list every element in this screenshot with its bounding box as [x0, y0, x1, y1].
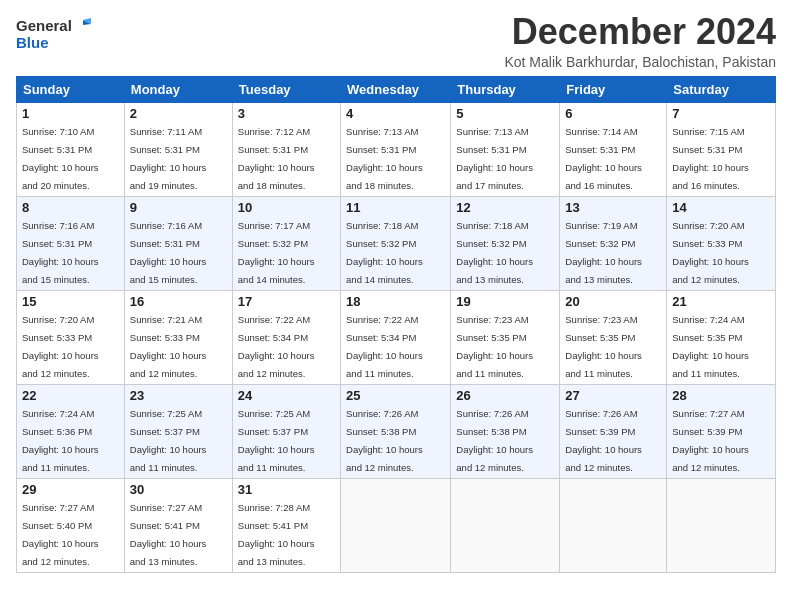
header-friday: Friday: [560, 76, 667, 102]
day-info: Sunrise: 7:13 AMSunset: 5:31 PMDaylight:…: [346, 126, 423, 191]
day-number: 21: [672, 294, 770, 309]
day-info: Sunrise: 7:18 AMSunset: 5:32 PMDaylight:…: [456, 220, 533, 285]
day-info: Sunrise: 7:26 AMSunset: 5:38 PMDaylight:…: [346, 408, 423, 473]
day-info: Sunrise: 7:14 AMSunset: 5:31 PMDaylight:…: [565, 126, 642, 191]
logo-bird-icon: [73, 16, 91, 34]
calendar-cell: 30 Sunrise: 7:27 AMSunset: 5:41 PMDaylig…: [124, 478, 232, 572]
week-row-5: 29 Sunrise: 7:27 AMSunset: 5:40 PMDaylig…: [17, 478, 776, 572]
day-number: 11: [346, 200, 445, 215]
day-info: Sunrise: 7:17 AMSunset: 5:32 PMDaylight:…: [238, 220, 315, 285]
calendar-cell: 4 Sunrise: 7:13 AMSunset: 5:31 PMDayligh…: [341, 102, 451, 196]
day-info: Sunrise: 7:16 AMSunset: 5:31 PMDaylight:…: [22, 220, 99, 285]
day-number: 24: [238, 388, 335, 403]
day-number: 17: [238, 294, 335, 309]
day-number: 10: [238, 200, 335, 215]
header-wednesday: Wednesday: [341, 76, 451, 102]
day-number: 6: [565, 106, 661, 121]
calendar-cell: 25 Sunrise: 7:26 AMSunset: 5:38 PMDaylig…: [341, 384, 451, 478]
calendar-cell: 29 Sunrise: 7:27 AMSunset: 5:40 PMDaylig…: [17, 478, 125, 572]
calendar-cell: 17 Sunrise: 7:22 AMSunset: 5:34 PMDaylig…: [232, 290, 340, 384]
calendar-cell: [341, 478, 451, 572]
calendar-cell: 20 Sunrise: 7:23 AMSunset: 5:35 PMDaylig…: [560, 290, 667, 384]
day-number: 30: [130, 482, 227, 497]
day-number: 29: [22, 482, 119, 497]
calendar-cell: 1 Sunrise: 7:10 AMSunset: 5:31 PMDayligh…: [17, 102, 125, 196]
day-info: Sunrise: 7:18 AMSunset: 5:32 PMDaylight:…: [346, 220, 423, 285]
calendar-cell: 12 Sunrise: 7:18 AMSunset: 5:32 PMDaylig…: [451, 196, 560, 290]
day-number: 1: [22, 106, 119, 121]
week-row-3: 15 Sunrise: 7:20 AMSunset: 5:33 PMDaylig…: [17, 290, 776, 384]
calendar-cell: 24 Sunrise: 7:25 AMSunset: 5:37 PMDaylig…: [232, 384, 340, 478]
day-info: Sunrise: 7:19 AMSunset: 5:32 PMDaylight:…: [565, 220, 642, 285]
calendar-cell: 10 Sunrise: 7:17 AMSunset: 5:32 PMDaylig…: [232, 196, 340, 290]
day-info: Sunrise: 7:21 AMSunset: 5:33 PMDaylight:…: [130, 314, 207, 379]
header-saturday: Saturday: [667, 76, 776, 102]
calendar-cell: 3 Sunrise: 7:12 AMSunset: 5:31 PMDayligh…: [232, 102, 340, 196]
header-tuesday: Tuesday: [232, 76, 340, 102]
day-number: 3: [238, 106, 335, 121]
calendar-cell: 8 Sunrise: 7:16 AMSunset: 5:31 PMDayligh…: [17, 196, 125, 290]
day-info: Sunrise: 7:24 AMSunset: 5:36 PMDaylight:…: [22, 408, 99, 473]
calendar-cell: [667, 478, 776, 572]
logo: General Blue: [16, 16, 91, 51]
day-number: 19: [456, 294, 554, 309]
day-info: Sunrise: 7:25 AMSunset: 5:37 PMDaylight:…: [238, 408, 315, 473]
calendar-cell: 6 Sunrise: 7:14 AMSunset: 5:31 PMDayligh…: [560, 102, 667, 196]
day-number: 4: [346, 106, 445, 121]
day-number: 22: [22, 388, 119, 403]
week-row-1: 1 Sunrise: 7:10 AMSunset: 5:31 PMDayligh…: [17, 102, 776, 196]
day-number: 7: [672, 106, 770, 121]
month-title: December 2024: [504, 12, 776, 52]
day-info: Sunrise: 7:12 AMSunset: 5:31 PMDaylight:…: [238, 126, 315, 191]
day-info: Sunrise: 7:24 AMSunset: 5:35 PMDaylight:…: [672, 314, 749, 379]
day-number: 14: [672, 200, 770, 215]
day-number: 20: [565, 294, 661, 309]
calendar-cell: 16 Sunrise: 7:21 AMSunset: 5:33 PMDaylig…: [124, 290, 232, 384]
calendar-cell: 22 Sunrise: 7:24 AMSunset: 5:36 PMDaylig…: [17, 384, 125, 478]
day-number: 12: [456, 200, 554, 215]
day-info: Sunrise: 7:15 AMSunset: 5:31 PMDaylight:…: [672, 126, 749, 191]
calendar-table: SundayMondayTuesdayWednesdayThursdayFrid…: [16, 76, 776, 573]
day-number: 8: [22, 200, 119, 215]
day-info: Sunrise: 7:27 AMSunset: 5:40 PMDaylight:…: [22, 502, 99, 567]
calendar-cell: 19 Sunrise: 7:23 AMSunset: 5:35 PMDaylig…: [451, 290, 560, 384]
day-info: Sunrise: 7:10 AMSunset: 5:31 PMDaylight:…: [22, 126, 99, 191]
week-row-4: 22 Sunrise: 7:24 AMSunset: 5:36 PMDaylig…: [17, 384, 776, 478]
calendar-cell: 9 Sunrise: 7:16 AMSunset: 5:31 PMDayligh…: [124, 196, 232, 290]
calendar-cell: 15 Sunrise: 7:20 AMSunset: 5:33 PMDaylig…: [17, 290, 125, 384]
day-info: Sunrise: 7:20 AMSunset: 5:33 PMDaylight:…: [672, 220, 749, 285]
calendar-cell: 18 Sunrise: 7:22 AMSunset: 5:34 PMDaylig…: [341, 290, 451, 384]
calendar-cell: 31 Sunrise: 7:28 AMSunset: 5:41 PMDaylig…: [232, 478, 340, 572]
header: General Blue December 2024 Kot Malik Bar…: [16, 12, 776, 70]
header-monday: Monday: [124, 76, 232, 102]
page: General Blue December 2024 Kot Malik Bar…: [0, 0, 792, 612]
calendar-cell: 11 Sunrise: 7:18 AMSunset: 5:32 PMDaylig…: [341, 196, 451, 290]
day-number: 25: [346, 388, 445, 403]
day-number: 26: [456, 388, 554, 403]
day-number: 27: [565, 388, 661, 403]
day-info: Sunrise: 7:13 AMSunset: 5:31 PMDaylight:…: [456, 126, 533, 191]
day-number: 2: [130, 106, 227, 121]
day-info: Sunrise: 7:26 AMSunset: 5:38 PMDaylight:…: [456, 408, 533, 473]
day-number: 13: [565, 200, 661, 215]
day-info: Sunrise: 7:26 AMSunset: 5:39 PMDaylight:…: [565, 408, 642, 473]
day-info: Sunrise: 7:20 AMSunset: 5:33 PMDaylight:…: [22, 314, 99, 379]
day-info: Sunrise: 7:27 AMSunset: 5:41 PMDaylight:…: [130, 502, 207, 567]
calendar-cell: 2 Sunrise: 7:11 AMSunset: 5:31 PMDayligh…: [124, 102, 232, 196]
calendar-cell: 21 Sunrise: 7:24 AMSunset: 5:35 PMDaylig…: [667, 290, 776, 384]
day-info: Sunrise: 7:27 AMSunset: 5:39 PMDaylight:…: [672, 408, 749, 473]
calendar-cell: [560, 478, 667, 572]
day-info: Sunrise: 7:23 AMSunset: 5:35 PMDaylight:…: [456, 314, 533, 379]
day-number: 15: [22, 294, 119, 309]
calendar-cell: 28 Sunrise: 7:27 AMSunset: 5:39 PMDaylig…: [667, 384, 776, 478]
calendar-cell: 14 Sunrise: 7:20 AMSunset: 5:33 PMDaylig…: [667, 196, 776, 290]
day-number: 18: [346, 294, 445, 309]
calendar-cell: 23 Sunrise: 7:25 AMSunset: 5:37 PMDaylig…: [124, 384, 232, 478]
calendar-cell: 5 Sunrise: 7:13 AMSunset: 5:31 PMDayligh…: [451, 102, 560, 196]
week-row-2: 8 Sunrise: 7:16 AMSunset: 5:31 PMDayligh…: [17, 196, 776, 290]
calendar-cell: 13 Sunrise: 7:19 AMSunset: 5:32 PMDaylig…: [560, 196, 667, 290]
day-number: 9: [130, 200, 227, 215]
day-info: Sunrise: 7:11 AMSunset: 5:31 PMDaylight:…: [130, 126, 207, 191]
day-number: 31: [238, 482, 335, 497]
header-row: SundayMondayTuesdayWednesdayThursdayFrid…: [17, 76, 776, 102]
